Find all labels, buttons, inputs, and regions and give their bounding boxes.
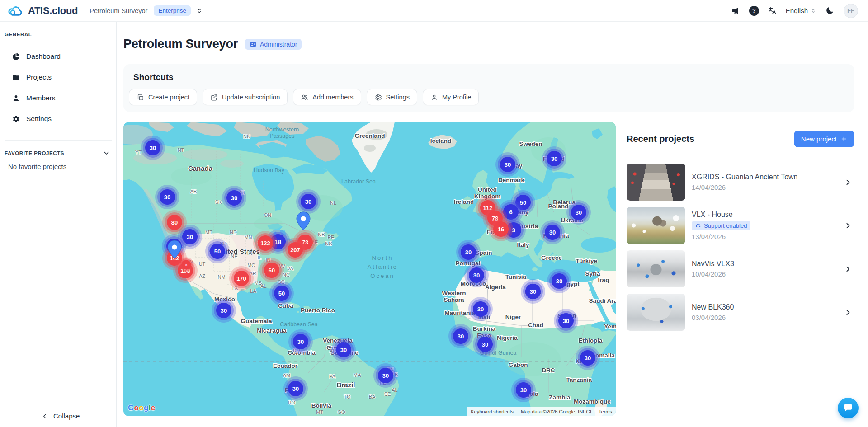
language-label: English: [786, 7, 808, 14]
recent-projects-divider: [627, 155, 854, 155]
cluster-marker[interactable]: 80: [162, 210, 187, 235]
sidebar-divider: [5, 140, 112, 141]
cluster-marker[interactable]: 30: [141, 136, 165, 160]
shortcut-settings[interactable]: Settings: [367, 89, 417, 105]
cluster-marker[interactable]: 30: [468, 297, 493, 321]
project-date: 03/04/2026: [692, 314, 734, 321]
translate-icon[interactable]: [768, 6, 777, 15]
cluster-marker[interactable]: 30: [456, 240, 481, 264]
cluster-marker[interactable]: 30: [566, 200, 591, 225]
cluster-marker[interactable]: 16: [489, 217, 513, 241]
sidebar: GENERAL DashboardProjectsMembersSettings…: [0, 22, 117, 427]
tundra: [220, 160, 244, 168]
cluster-marker[interactable]: 30: [473, 332, 497, 357]
page-title: Petroleum Surveyor: [123, 37, 238, 51]
google-logo-letter: G: [128, 404, 134, 412]
cluster-marker[interactable]: 30: [222, 186, 246, 210]
cluster-marker[interactable]: 122: [253, 231, 278, 255]
forest: [505, 342, 561, 376]
chevron-right-icon[interactable]: [844, 265, 852, 273]
google-logo[interactable]: Google: [128, 404, 155, 413]
collapse-button[interactable]: Collapse: [0, 412, 116, 420]
recent-projects-title: Recent projects: [627, 134, 694, 144]
google-logo-letter: o: [139, 404, 144, 412]
help-icon[interactable]: ?: [749, 6, 759, 16]
shortcut-create-project[interactable]: Create project: [129, 89, 197, 105]
cluster-marker[interactable]: 30: [547, 269, 571, 293]
new-project-label: New project: [801, 135, 837, 143]
project-row[interactable]: New BLK36003/04/2026: [627, 294, 854, 331]
map[interactable]: CanadaUnited StatesBrazilGreenlandIcelan…: [123, 122, 616, 416]
cluster-marker[interactable]: 30: [495, 152, 520, 177]
cluster-marker[interactable]: 30: [464, 263, 489, 287]
cluster-marker[interactable]: 30: [155, 185, 179, 209]
cluster-marker[interactable]: 50: [269, 281, 294, 305]
project-date: 13/04/2026: [692, 233, 750, 240]
shortcut-my-profile[interactable]: My Profile: [423, 89, 479, 105]
role-badge-label: Administrator: [260, 41, 297, 48]
cluster-marker[interactable]: 30: [554, 309, 578, 333]
cluster-marker[interactable]: 60: [259, 258, 284, 282]
chevron-right-icon[interactable]: [844, 178, 852, 186]
shortcut-add-members[interactable]: Add members: [293, 89, 361, 105]
workspace-switcher-icon[interactable]: [196, 8, 203, 14]
sidebar-item-label: Settings: [26, 115, 52, 123]
shortcut-update-subscription[interactable]: Update subscription: [203, 89, 288, 105]
project-row[interactable]: VLX - HouseSupport enabled13/04/2026: [627, 207, 854, 244]
chevron-right-icon[interactable]: [844, 222, 852, 230]
plus-icon: [840, 136, 847, 142]
workspace-name[interactable]: Petroleum Surveyor: [90, 7, 147, 14]
person-icon: [430, 94, 438, 101]
chevron-right-icon[interactable]: [844, 309, 852, 316]
map-data-attribution[interactable]: Map data ©2026 Google, INEGI: [517, 407, 595, 416]
dark-mode-icon[interactable]: [825, 6, 835, 15]
gulf-st-lawrence: [328, 224, 340, 234]
sidebar-item-dashboard[interactable]: Dashboard: [0, 46, 116, 67]
avatar[interactable]: FF: [844, 4, 858, 18]
folder-icon: [12, 73, 20, 82]
sidebar-item-members[interactable]: Members: [0, 88, 116, 108]
location-pin[interactable]: [167, 240, 182, 259]
location-pin[interactable]: [296, 211, 311, 230]
project-name: NavVis VLX3: [692, 260, 734, 268]
users-icon: [301, 94, 308, 101]
shortcuts-title: Shortcuts: [133, 72, 174, 82]
cluster-marker[interactable]: 30: [542, 146, 566, 171]
new-project-button[interactable]: New project: [794, 131, 854, 147]
project-row[interactable]: XGRIDS - Guanlan Ancient Town14/04/2026: [627, 164, 854, 201]
brand-name: ATIS.cloud: [28, 5, 78, 17]
shortcuts-card: Shortcuts Create projectUpdate subscript…: [123, 64, 854, 112]
google-logo-letter: e: [151, 404, 156, 412]
cluster-marker[interactable]: 3: [179, 257, 193, 272]
chat-icon: [843, 403, 853, 413]
cluster-marker[interactable]: 30: [288, 329, 313, 354]
cluster-marker[interactable]: 207: [283, 238, 307, 262]
jamaica: [297, 311, 299, 313]
gear-icon: [12, 115, 20, 123]
cluster-marker[interactable]: 30: [212, 298, 236, 323]
cluster-marker[interactable]: 30: [540, 220, 565, 244]
project-row[interactable]: NavVis VLX310/04/2026: [627, 250, 854, 287]
cluster-marker[interactable]: 30: [331, 338, 356, 362]
cluster-marker[interactable]: 30: [373, 363, 398, 388]
cluster-marker[interactable]: 30: [521, 279, 545, 304]
terms-link[interactable]: Terms: [595, 407, 616, 416]
cluster-marker[interactable]: 170: [229, 266, 254, 291]
project-name: New BLK360: [692, 303, 734, 311]
brand[interactable]: ATIS.cloud: [6, 5, 78, 17]
arctic-island: [187, 122, 227, 136]
cluster-marker[interactable]: 30: [511, 378, 536, 402]
cluster-marker[interactable]: 30: [283, 376, 308, 401]
favorites-chevron-down-icon[interactable]: [103, 150, 110, 156]
announcements-icon[interactable]: [731, 6, 740, 15]
cluster-marker[interactable]: 30: [576, 346, 600, 370]
sidebar-item-projects[interactable]: Projects: [0, 67, 116, 88]
language-selector[interactable]: English: [786, 7, 816, 14]
cluster-marker[interactable]: 50: [205, 239, 230, 263]
cluster-marker[interactable]: 30: [296, 189, 321, 214]
keyboard-shortcuts-link[interactable]: Keyboard shortcuts: [467, 407, 517, 416]
chat-button[interactable]: [838, 398, 859, 418]
sidebar-section-favorites: FAVORITE PROJECTS: [5, 150, 64, 156]
sidebar-item-settings[interactable]: Settings: [0, 108, 116, 129]
cluster-marker[interactable]: 30: [448, 324, 473, 348]
